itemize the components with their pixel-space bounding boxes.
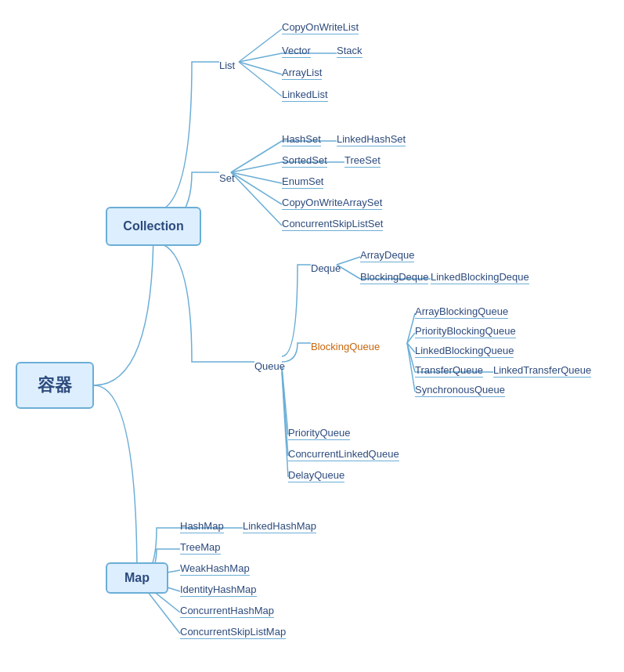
weakhashmap-label: WeakHashMap [180, 562, 250, 576]
map-node: Map [106, 562, 168, 594]
arraybq-label: ArrayBlockingQueue [415, 305, 508, 319]
set-label: Set [219, 172, 235, 184]
linkedtransferq-label: LinkedTransferQueue [493, 364, 591, 378]
linkedhashset-label: LinkedHashSet [337, 133, 406, 146]
list-label: List [219, 60, 235, 71]
concurrentlq-label: ConcurrentLinkedQueue [288, 448, 399, 461]
linkedhashmap-label: LinkedHashMap [243, 520, 316, 533]
cowset-label: CopyOnWriteArraySet [282, 197, 382, 210]
linkedbq-label: LinkedBlockingQueue [415, 345, 514, 358]
collection-label: Collection [123, 219, 183, 233]
syncq-label: SynchronousQueue [415, 384, 505, 397]
cow-label: CopyOnWriteList [282, 21, 359, 34]
queue-label: Queue [254, 360, 285, 372]
arraydeque-label: ArrayDeque [360, 249, 414, 262]
treeset-label: TreeSet [344, 154, 381, 168]
identityhashmap-label: IdentityHashMap [180, 583, 257, 597]
root-node: 容器 [16, 362, 94, 409]
sortedset-label: SortedSet [282, 154, 327, 168]
delayq-label: DelayQueue [288, 469, 344, 482]
concurrenthashmap-label: ConcurrentHashMap [180, 605, 274, 618]
arraylist-label: ArrayList [282, 67, 322, 80]
map-label: Map [124, 571, 150, 585]
hashset-label: HashSet [282, 133, 321, 146]
prioritybq-label: PriorityBlockingQueue [415, 325, 516, 338]
deque-label: Deque [311, 262, 341, 274]
linkedlist-label: LinkedList [282, 89, 328, 102]
treemap-label: TreeMap [180, 541, 221, 555]
stack-label: Stack [337, 45, 362, 58]
concurrentskiplistmap-label: ConcurrentSkipListMap [180, 626, 286, 639]
root-label: 容器 [38, 374, 72, 397]
collection-node: Collection [106, 207, 201, 246]
hashmap-label: HashMap [180, 520, 224, 533]
linkedblockingdeque-label: LinkedBlockingDeque [431, 271, 529, 284]
enumset-label: EnumSet [282, 175, 323, 189]
blockingqueue-label: BlockingQueue [311, 341, 380, 352]
priorityq-label: PriorityQueue [288, 427, 350, 440]
blockingdeque-label: BlockingDeque [360, 271, 428, 284]
vector-label: Vector [282, 45, 311, 58]
transferq-label: TransferQueue [415, 364, 483, 378]
concurrentskiplistset-label: ConcurrentSkipListSet [282, 218, 383, 231]
